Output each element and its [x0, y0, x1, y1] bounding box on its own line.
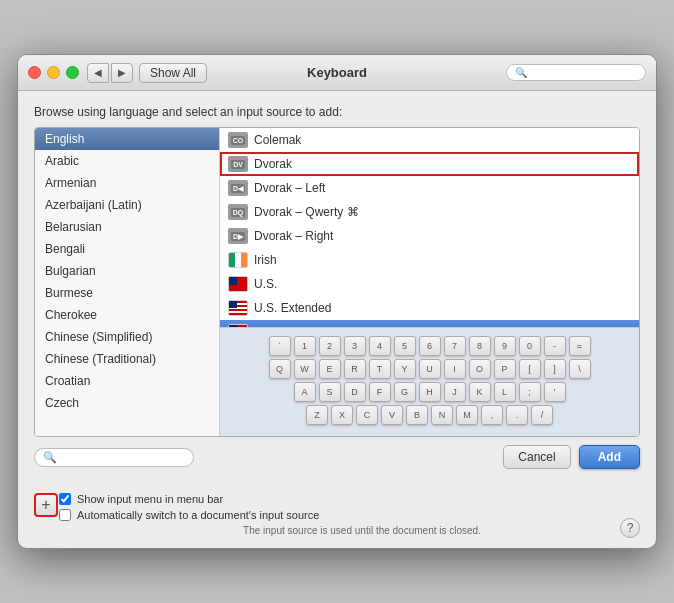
sidebar-item-burmese[interactable]: Burmese	[35, 282, 219, 304]
key-b: B	[406, 405, 428, 425]
key-s: S	[319, 382, 341, 402]
dialog-bottom-bar: 🔍 Cancel Add	[34, 437, 640, 473]
source-dvorak-qwerty[interactable]: DQ Dvorak – Qwerty ⌘	[220, 200, 639, 224]
us-extended-flag-icon	[228, 300, 248, 316]
key-backslash: \	[569, 359, 591, 379]
sidebar-item-cherokee[interactable]: Cherokee	[35, 304, 219, 326]
search-input-box[interactable]: 🔍	[34, 448, 194, 467]
add-button[interactable]: Add	[579, 445, 640, 469]
back-button[interactable]: ◀	[87, 63, 109, 83]
dvorak-right-icon: D▶	[228, 228, 248, 244]
source-dvorak[interactable]: DV Dvorak	[220, 152, 639, 176]
close-button[interactable]	[28, 66, 41, 79]
help-button[interactable]: ?	[620, 518, 640, 538]
sidebar-item-belarusian[interactable]: Belarusian	[35, 216, 219, 238]
auto-switch-label: Automatically switch to a document's inp…	[77, 509, 319, 521]
source-us-extended[interactable]: U.S. Extended	[220, 296, 639, 320]
key-quote: '	[544, 382, 566, 402]
show-input-menu-row: Show input menu in menu bar	[59, 493, 657, 505]
footer-checkboxes: Show input menu in menu bar Automaticall…	[59, 493, 657, 536]
key-m: M	[456, 405, 478, 425]
plus-button[interactable]: +	[34, 493, 58, 517]
sidebar-item-chinese-simplified[interactable]: Chinese (Simplified)	[35, 326, 219, 348]
traffic-lights	[28, 66, 79, 79]
footer-area: + Show input menu in menu bar Automatica…	[18, 485, 656, 548]
source-dvorak-right[interactable]: D▶ Dvorak – Right	[220, 224, 639, 248]
key-2: 2	[319, 336, 341, 356]
sidebar-item-english[interactable]: English	[35, 128, 219, 150]
key-e: E	[319, 359, 341, 379]
source-dvorak-left[interactable]: D◀ Dvorak – Left	[220, 176, 639, 200]
navigation-buttons: ◀ ▶	[87, 63, 133, 83]
key-minus: -	[544, 336, 566, 356]
irish-label: Irish	[254, 253, 277, 267]
show-input-menu-checkbox[interactable]	[59, 493, 71, 505]
sidebar-item-chinese-traditional[interactable]: Chinese (Traditional)	[35, 348, 219, 370]
key-semicolon: ;	[519, 382, 541, 402]
us-flag-icon	[228, 276, 248, 292]
colemak-label: Colemak	[254, 133, 301, 147]
sidebar-item-bengali[interactable]: Bengali	[35, 238, 219, 260]
dvorak-qwerty-icon: DQ	[228, 204, 248, 220]
key-o: O	[469, 359, 491, 379]
source-us-international-pc[interactable]: U.S. International – PC	[220, 320, 639, 327]
sidebar-item-armenian[interactable]: Armenian	[35, 172, 219, 194]
key-lbracket: [	[519, 359, 541, 379]
key-backtick: `	[269, 336, 291, 356]
key-4: 4	[369, 336, 391, 356]
key-a: A	[294, 382, 316, 402]
auto-switch-checkbox[interactable]	[59, 509, 71, 521]
footnote-text: The input source is used until the docum…	[59, 525, 657, 536]
key-9: 9	[494, 336, 516, 356]
right-panel: CO Colemak DV Dvorak D◀ Dvorak – Left	[220, 128, 639, 436]
search-icon: 🔍	[515, 67, 527, 78]
irish-flag-icon	[228, 252, 248, 268]
source-colemak[interactable]: CO Colemak	[220, 128, 639, 152]
us-label: U.S.	[254, 277, 277, 291]
key-7: 7	[444, 336, 466, 356]
key-comma: ,	[481, 405, 503, 425]
source-us[interactable]: U.S.	[220, 272, 639, 296]
key-f: F	[369, 382, 391, 402]
key-i: I	[444, 359, 466, 379]
dvorak-icon: DV	[228, 156, 248, 172]
browse-label: Browse using language and select an inpu…	[34, 105, 640, 119]
dvorak-right-label: Dvorak – Right	[254, 229, 333, 243]
language-list[interactable]: English Arabic Armenian Azerbaijani (Lat…	[35, 128, 220, 436]
titlebar-search[interactable]: 🔍	[506, 64, 646, 81]
key-x: X	[331, 405, 353, 425]
key-l: L	[494, 382, 516, 402]
key-6: 6	[419, 336, 441, 356]
minimize-button[interactable]	[47, 66, 60, 79]
key-5: 5	[394, 336, 416, 356]
key-y: Y	[394, 359, 416, 379]
key-rbracket: ]	[544, 359, 566, 379]
us-international-flag-icon	[228, 324, 248, 327]
key-p: P	[494, 359, 516, 379]
sidebar-item-azerbaijani[interactable]: Azerbaijani (Latin)	[35, 194, 219, 216]
show-input-menu-label: Show input menu in menu bar	[77, 493, 223, 505]
key-h: H	[419, 382, 441, 402]
dvorak-qwerty-label: Dvorak – Qwerty ⌘	[254, 205, 359, 219]
dvorak-left-label: Dvorak – Left	[254, 181, 325, 195]
key-0: 0	[519, 336, 541, 356]
cancel-button[interactable]: Cancel	[503, 445, 570, 469]
source-irish[interactable]: Irish	[220, 248, 639, 272]
key-t: T	[369, 359, 391, 379]
sidebar-item-czech[interactable]: Czech	[35, 392, 219, 414]
titlebar: ◀ ▶ Show All Keyboard 🔍	[18, 55, 656, 91]
key-equals: =	[569, 336, 591, 356]
us-extended-label: U.S. Extended	[254, 301, 331, 315]
sidebar-item-croatian[interactable]: Croatian	[35, 370, 219, 392]
sidebar-item-arabic[interactable]: Arabic	[35, 150, 219, 172]
key-q: Q	[269, 359, 291, 379]
sidebar-item-bulgarian[interactable]: Bulgarian	[35, 260, 219, 282]
forward-button[interactable]: ▶	[111, 63, 133, 83]
maximize-button[interactable]	[66, 66, 79, 79]
input-source-list[interactable]: CO Colemak DV Dvorak D◀ Dvorak – Left	[220, 128, 639, 327]
show-all-button[interactable]: Show All	[139, 63, 207, 83]
key-1: 1	[294, 336, 316, 356]
dvorak-left-icon: D◀	[228, 180, 248, 196]
key-z: Z	[306, 405, 328, 425]
search-icon: 🔍	[43, 451, 57, 464]
